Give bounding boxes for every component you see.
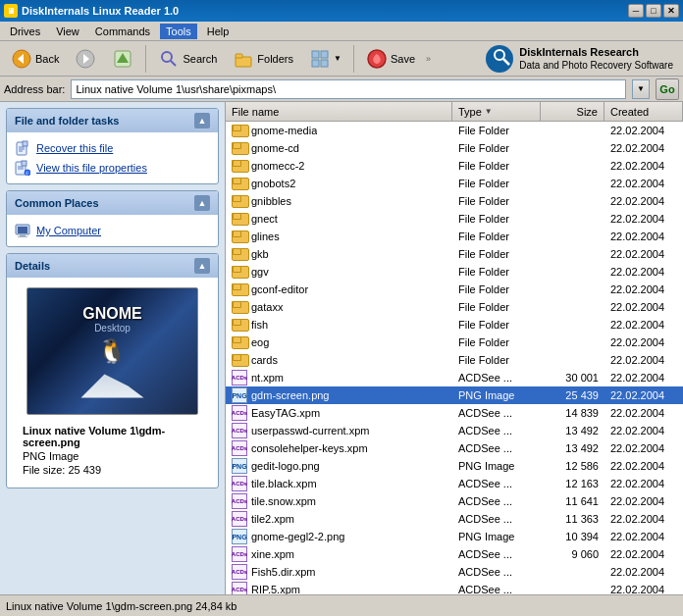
table-row[interactable]: gnect File Folder 22.02.2004 — [226, 210, 683, 228]
table-row[interactable]: PNG gnome-gegl2-2.png PNG Image 10 394 2… — [226, 528, 683, 545]
toolbar-more[interactable]: » — [424, 52, 433, 66]
file-name-text: userpasswd-current.xpm — [251, 425, 369, 436]
up-button[interactable] — [105, 44, 140, 74]
file-folder-tasks-collapse[interactable]: ▲ — [194, 113, 210, 128]
close-button[interactable]: ✕ — [663, 4, 679, 18]
address-input[interactable] — [71, 79, 626, 99]
separator-2 — [353, 45, 354, 73]
menu-drives[interactable]: Drives — [4, 24, 46, 39]
table-row[interactable]: ACDs tile.black.xpm ACDSee ... 12 163 22… — [226, 475, 683, 492]
folder-icon — [232, 301, 247, 314]
my-computer-item[interactable]: My Computer — [15, 221, 210, 240]
col-header-name[interactable]: File name — [226, 102, 452, 121]
menu-tools[interactable]: Tools — [160, 24, 197, 39]
menu-bar: Drives View Commands Tools Help — [0, 22, 683, 41]
view-properties-item[interactable]: i View this file properties — [15, 158, 210, 178]
col-header-size[interactable]: Size — [541, 102, 604, 121]
table-row[interactable]: fish File Folder 22.02.2004 — [226, 316, 683, 334]
table-row[interactable]: gnomecc-2 File Folder 22.02.2004 — [226, 157, 683, 175]
table-row[interactable]: ACDs userpasswd-current.xpm ACDSee ... 1… — [226, 422, 683, 439]
file-folder-tasks-header[interactable]: File and folder tasks ▲ — [7, 109, 218, 132]
common-places-header[interactable]: Common Places ▲ — [7, 191, 218, 215]
file-name-text: xine.xpm — [251, 548, 294, 560]
svg-rect-10 — [312, 51, 319, 58]
menu-commands[interactable]: Commands — [89, 24, 156, 39]
table-row[interactable]: ggv File Folder 22.02.2004 — [226, 263, 683, 281]
file-size-cell: 9 060 — [541, 548, 604, 560]
separator-1 — [145, 45, 146, 73]
go-button[interactable]: Go — [656, 78, 679, 100]
back-button[interactable]: Back — [4, 44, 66, 74]
file-folder-tasks-content: Recover this file i View this file prope… — [7, 132, 218, 183]
svg-rect-31 — [18, 236, 27, 237]
table-row[interactable]: gnobots2 File Folder 22.02.2004 — [226, 175, 683, 192]
table-row[interactable]: ACDs xine.xpm ACDSee ... 9 060 22.02.200… — [226, 545, 683, 563]
file-name-text: RIP.5.xpm — [251, 584, 300, 594]
file-type-cell: File Folder — [452, 354, 541, 366]
folder-icon — [232, 125, 247, 137]
table-row[interactable]: gkb File Folder 22.02.2004 — [226, 245, 683, 263]
col-header-type[interactable]: Type ▼ — [452, 102, 541, 121]
table-row[interactable]: PNG gedit-logo.png PNG Image 12 586 22.0… — [226, 457, 683, 475]
view-dropdown[interactable]: ▼ — [334, 54, 342, 63]
table-row[interactable]: gnibbles File Folder 22.02.2004 — [226, 192, 683, 210]
common-places-collapse[interactable]: ▲ — [194, 195, 210, 211]
col-header-created[interactable]: Created — [604, 102, 683, 121]
forward-button[interactable] — [68, 44, 103, 74]
window-title: DiskInternals Linux Reader 1.0 — [22, 5, 179, 17]
save-icon — [366, 48, 388, 70]
table-row[interactable]: ACDs RIP.5.xpm ACDSee ... 22.02.2004 — [226, 581, 683, 594]
folders-button[interactable]: Folders — [226, 44, 300, 74]
file-created-cell: 22.02.2004 — [604, 566, 683, 578]
menu-view[interactable]: View — [50, 24, 85, 39]
file-created-cell: 22.02.2004 — [604, 266, 683, 278]
sort-icon: ▼ — [485, 107, 493, 116]
file-icon: ACDs — [232, 423, 247, 438]
table-row[interactable]: cards File Folder 22.02.2004 — [226, 351, 683, 369]
folder-icon — [232, 283, 247, 296]
status-bar: Linux native Volume 1\gdm-screen.png 24,… — [0, 594, 683, 616]
recover-icon — [15, 140, 30, 156]
maximize-button[interactable]: □ — [646, 4, 661, 18]
table-row[interactable]: PNG gdm-screen.png PNG Image 25 439 22.0… — [226, 386, 683, 404]
file-type-cell: File Folder — [452, 142, 541, 154]
save-label: Save — [391, 53, 415, 65]
save-button[interactable]: Save — [359, 44, 422, 74]
table-row[interactable]: ACDs nt.xpm ACDSee ... 30 001 22.02.2004 — [226, 369, 683, 386]
file-icon: ACDs — [232, 405, 247, 421]
svg-rect-23 — [22, 161, 26, 166]
table-row[interactable]: ACDs consolehelper-keys.xpm ACDSee ... 1… — [226, 439, 683, 457]
table-row[interactable]: eog File Folder 22.02.2004 — [226, 334, 683, 351]
table-row[interactable]: gconf-editor File Folder 22.02.2004 — [226, 281, 683, 298]
minimize-button[interactable]: ─ — [628, 4, 644, 18]
file-icon: ACDs — [232, 493, 247, 509]
details-header[interactable]: Details ▲ — [7, 254, 218, 278]
file-type-cell: ACDSee ... — [452, 495, 541, 507]
table-row[interactable]: gataxx File Folder 22.02.2004 — [226, 298, 683, 316]
recover-file-item[interactable]: Recover this file — [15, 138, 210, 158]
search-button[interactable]: Search — [151, 44, 224, 74]
svg-rect-13 — [321, 60, 328, 67]
file-name-text: gnibbles — [251, 195, 291, 207]
address-dropdown[interactable]: ▼ — [632, 79, 650, 99]
table-row[interactable]: glines File Folder 22.02.2004 — [226, 228, 683, 245]
table-row[interactable]: ACDs tile2.xpm ACDSee ... 11 363 22.02.2… — [226, 510, 683, 528]
file-type-cell: File Folder — [452, 160, 541, 172]
app-icon: 🖥 — [4, 4, 18, 18]
table-row[interactable]: ACDs EasyTAG.xpm ACDSee ... 14 839 22.02… — [226, 404, 683, 422]
file-type-cell: PNG Image — [452, 389, 541, 401]
file-created-cell: 22.02.2004 — [604, 301, 683, 313]
file-created-cell: 22.02.2004 — [604, 319, 683, 331]
png-icon: PNG — [232, 387, 247, 403]
view-button[interactable]: ▼ — [302, 44, 348, 74]
file-created-cell: 22.02.2004 — [604, 125, 683, 136]
svg-rect-18 — [23, 141, 27, 146]
details-collapse[interactable]: ▲ — [194, 258, 210, 274]
menu-help[interactable]: Help — [201, 24, 236, 39]
table-row[interactable]: gnome-media File Folder 22.02.2004 — [226, 122, 683, 139]
table-row[interactable]: gnome-cd File Folder 22.02.2004 — [226, 139, 683, 157]
folder-icon — [232, 336, 247, 349]
table-row[interactable]: ACDs tile.snow.xpm ACDSee ... 11 641 22.… — [226, 492, 683, 510]
table-row[interactable]: ACDs Fish5.dir.xpm ACDSee ... 22.02.2004 — [226, 563, 683, 581]
file-type-cell: File Folder — [452, 231, 541, 242]
